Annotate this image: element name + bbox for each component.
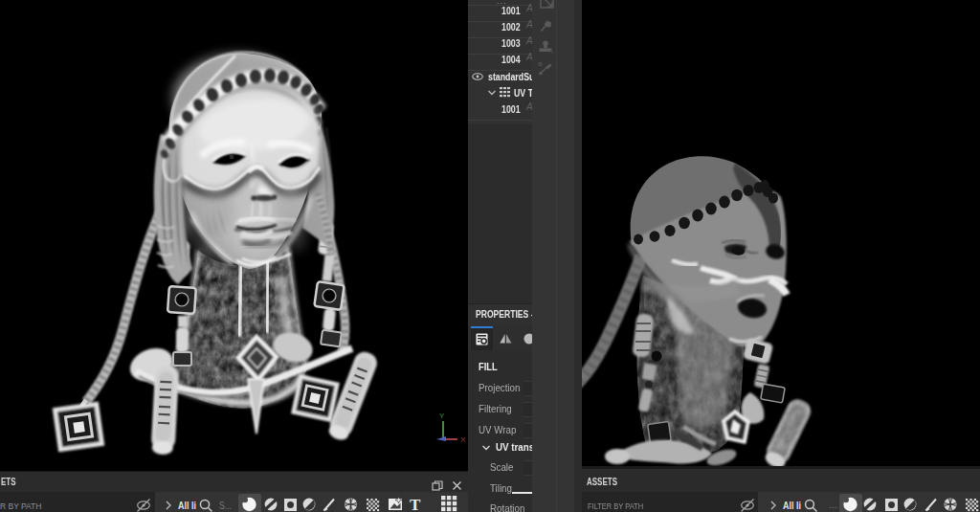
svg-text:T: T <box>410 496 421 512</box>
svg-text:...: ... <box>829 499 837 510</box>
svg-text:All li: All li <box>783 500 801 511</box>
svg-text:X: X <box>460 435 466 444</box>
svg-text:All li: All li <box>178 500 196 511</box>
svg-text:S...: S... <box>219 501 232 511</box>
svg-text:Y: Y <box>439 412 445 420</box>
